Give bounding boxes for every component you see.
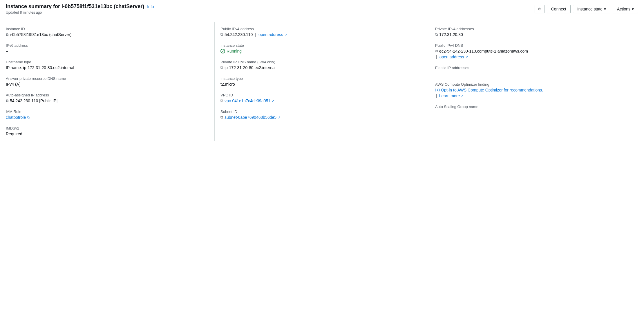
optimizer-link-row: i Opt-in to AWS Compute Optimizer for re… bbox=[435, 88, 543, 92]
divider-1: | bbox=[255, 32, 256, 37]
copy-public-dns-icon[interactable]: ⧉ bbox=[435, 49, 438, 53]
private-ipv4-text: 172.31.20.80 bbox=[439, 32, 463, 37]
vpc-id-ext-icon: ↗ bbox=[272, 99, 274, 103]
copy-auto-ip-icon[interactable]: ⧉ bbox=[6, 98, 8, 103]
field-instance-id: Instance ID ⧉ i-0b5758f1f531e13bc (chatS… bbox=[6, 27, 209, 37]
subnet-id-link[interactable]: subnet-0abe7690463b56de5 bbox=[225, 115, 276, 120]
header-subtitle: Updated 8 minutes ago bbox=[6, 10, 154, 15]
details-grid: Instance ID ⧉ i-0b5758f1f531e13bc (chatS… bbox=[0, 22, 644, 141]
info-link[interactable]: Info bbox=[147, 4, 154, 9]
optimizer-optin-link[interactable]: Opt-in to AWS Compute Optimizer for reco… bbox=[441, 88, 543, 92]
field-public-dns-value: ⧉ ec2-54-242-230-110.compute-1.amazonaws… bbox=[435, 49, 638, 53]
main-content: Instance ID ⧉ i-0b5758f1f531e13bc (chatS… bbox=[0, 17, 644, 141]
field-public-dns-open: | open address ↗ bbox=[435, 55, 638, 59]
divider-3: | bbox=[436, 94, 437, 98]
field-instance-state: Instance state ✓ Running bbox=[220, 43, 423, 53]
field-instance-type: Instance type t2.micro bbox=[220, 76, 423, 87]
subnet-id-ext-icon: ↗ bbox=[278, 116, 281, 119]
field-iam-role: IAM Role chatbotrole ⧉ bbox=[6, 109, 209, 120]
field-elastic-ip-value: – bbox=[435, 71, 638, 76]
field-asg-name: Auto Scaling Group name – bbox=[435, 105, 638, 115]
field-instance-type-label: Instance type bbox=[220, 76, 423, 81]
field-imdsv2-label: IMDSv2 bbox=[6, 126, 209, 130]
asg-name-text: – bbox=[435, 110, 437, 115]
field-instance-state-value: ✓ Running bbox=[220, 49, 423, 53]
learn-more-link[interactable]: Learn more bbox=[439, 94, 460, 98]
instance-state-button[interactable]: Instance state ▾ bbox=[573, 5, 610, 13]
open-public-dns-ext-icon: ↗ bbox=[465, 55, 468, 59]
open-public-ipv4-ext-icon: ↗ bbox=[285, 33, 287, 37]
header-actions: ⟳ Connect Instance state ▾ Actions ▾ bbox=[535, 5, 638, 13]
field-instance-type-value: t2.micro bbox=[220, 82, 423, 87]
title-text: Instance summary for i-0b5758f1f531e13bc… bbox=[6, 3, 144, 10]
actions-button[interactable]: Actions ▾ bbox=[613, 5, 638, 13]
field-public-ipv4-value: ⧉ 54.242.230.110 | open address ↗ bbox=[220, 32, 423, 37]
copy-vpc-id-icon[interactable]: ⧉ bbox=[220, 98, 223, 103]
field-asg-name-value: – bbox=[435, 110, 638, 115]
field-iam-role-label: IAM Role bbox=[6, 109, 209, 114]
auto-ip-text: 54.242.230.110 [Public IP] bbox=[10, 98, 57, 103]
field-hostname-type-value: IP name: ip-172-31-20-80.ec2.internal bbox=[6, 65, 209, 70]
iam-role-link[interactable]: chatbotrole bbox=[6, 115, 26, 120]
elastic-ip-text: – bbox=[435, 71, 437, 76]
open-public-dns-link[interactable]: open address bbox=[439, 55, 464, 59]
field-auto-ip-label: Auto-assigned IP address bbox=[6, 93, 209, 97]
field-private-ipv4-value: ⧉ 172.31.20.80 bbox=[435, 32, 638, 37]
field-public-ipv4-label: Public IPv4 address bbox=[220, 27, 423, 31]
field-private-dns: Private IP DNS name (IPv4 only) ⧉ ip-172… bbox=[220, 60, 423, 70]
instance-id-text: i-0b5758f1f531e13bc (chatServer) bbox=[10, 32, 71, 37]
private-dns-text: ip-172-31-20-80.ec2.internal bbox=[225, 65, 276, 70]
field-ipv6-label: IPv6 address bbox=[6, 43, 209, 48]
field-private-dns-value: ⧉ ip-172-31-20-80.ec2.internal bbox=[220, 65, 423, 70]
copy-private-dns-icon[interactable]: ⧉ bbox=[220, 65, 223, 70]
divider-2: | bbox=[436, 55, 437, 59]
refresh-button[interactable]: ⟳ bbox=[535, 5, 544, 13]
field-instance-id-label: Instance ID bbox=[6, 27, 209, 31]
instance-state-label: Instance state bbox=[577, 7, 603, 11]
field-answer-dns-label: Answer private resource DNS name bbox=[6, 76, 209, 81]
field-elastic-ip-label: Elastic IP addresses bbox=[435, 66, 638, 70]
field-vpc-id-label: VPC ID bbox=[220, 93, 423, 97]
field-iam-role-value: chatbotrole ⧉ bbox=[6, 115, 209, 120]
field-vpc-id: VPC ID ⧉ vpc-041e1a7c4de39a051 ↗ bbox=[220, 93, 423, 103]
page-title: Instance summary for i-0b5758f1f531e13bc… bbox=[6, 3, 154, 10]
refresh-icon: ⟳ bbox=[538, 7, 541, 11]
imdsv2-text: Required bbox=[6, 132, 22, 136]
field-subnet-id-value: ⧉ subnet-0abe7690463b56de5 ↗ bbox=[220, 115, 423, 120]
copy-instance-id-icon[interactable]: ⧉ bbox=[6, 32, 8, 37]
vpc-id-link[interactable]: vpc-041e1a7c4de39a051 bbox=[225, 98, 270, 103]
field-public-dns: Public IPv4 DNS ⧉ ec2-54-242-230-110.com… bbox=[435, 43, 638, 59]
instance-type-text: t2.micro bbox=[220, 82, 235, 87]
field-instance-id-value: ⧉ i-0b5758f1f531e13bc (chatServer) bbox=[6, 32, 209, 37]
running-badge: ✓ Running bbox=[220, 49, 242, 53]
column-2: Public IPv4 address ⧉ 54.242.230.110 | o… bbox=[215, 22, 429, 141]
connect-button[interactable]: Connect bbox=[547, 5, 571, 13]
field-auto-ip-value: ⧉ 54.242.230.110 [Public IP] bbox=[6, 98, 209, 103]
copy-private-ipv4-icon[interactable]: ⧉ bbox=[435, 32, 438, 37]
copy-public-ipv4-icon[interactable]: ⧉ bbox=[220, 32, 223, 37]
field-private-dns-label: Private IP DNS name (IPv4 only) bbox=[220, 60, 423, 64]
field-optimizer: AWS Compute Optimizer finding i Opt-in t… bbox=[435, 82, 638, 98]
field-auto-ip: Auto-assigned IP address ⧉ 54.242.230.11… bbox=[6, 93, 209, 103]
field-ipv6: IPv6 address – bbox=[6, 43, 209, 53]
page-header: Instance summary for i-0b5758f1f531e13bc… bbox=[0, 0, 644, 17]
field-public-ipv4: Public IPv4 address ⧉ 54.242.230.110 | o… bbox=[220, 27, 423, 37]
optimizer-learn-more-row: | Learn more ↗ bbox=[435, 94, 464, 98]
field-hostname-type-label: Hostname type bbox=[6, 60, 209, 64]
open-public-ipv4-link[interactable]: open address bbox=[258, 32, 283, 37]
field-elastic-ip: Elastic IP addresses – bbox=[435, 66, 638, 76]
public-dns-text: ec2-54-242-230-110.compute-1.amazonaws.c… bbox=[439, 49, 528, 53]
ipv6-text: – bbox=[6, 49, 8, 53]
running-text: Running bbox=[227, 49, 242, 53]
iam-role-ext-icon: ⧉ bbox=[27, 116, 30, 119]
field-instance-state-label: Instance state bbox=[220, 43, 423, 48]
field-optimizer-value: i Opt-in to AWS Compute Optimizer for re… bbox=[435, 88, 638, 98]
running-dot-icon: ✓ bbox=[220, 49, 225, 53]
field-private-ipv4: Private IPv4 addresses ⧉ 172.31.20.80 bbox=[435, 27, 638, 37]
answer-dns-text: IPv4 (A) bbox=[6, 82, 21, 87]
column-3: Private IPv4 addresses ⧉ 172.31.20.80 Pu… bbox=[429, 22, 644, 141]
field-private-ipv4-label: Private IPv4 addresses bbox=[435, 27, 638, 31]
field-public-dns-label: Public IPv4 DNS bbox=[435, 43, 638, 48]
copy-subnet-id-icon[interactable]: ⧉ bbox=[220, 115, 223, 120]
field-vpc-id-value: ⧉ vpc-041e1a7c4de39a051 ↗ bbox=[220, 98, 423, 103]
